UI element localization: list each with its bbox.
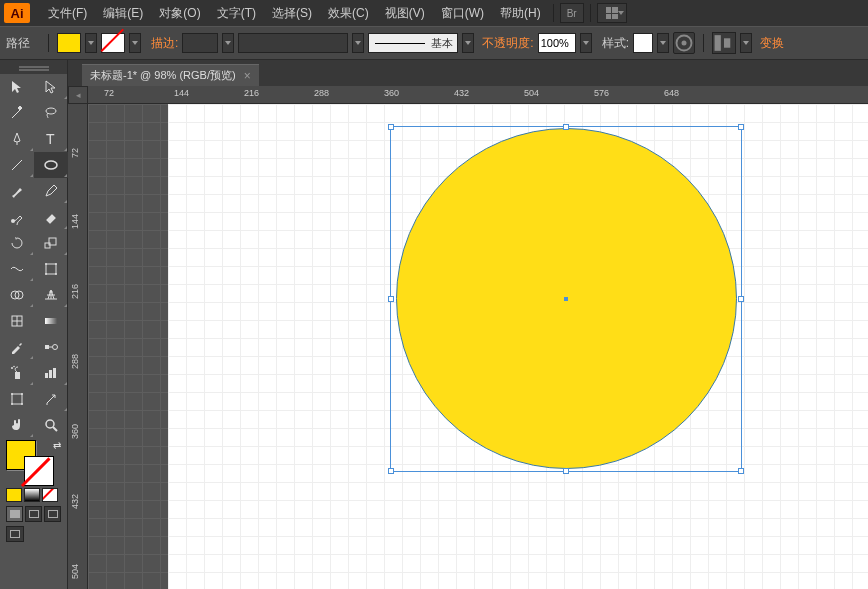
resize-handle-bl[interactable] (388, 468, 394, 474)
svg-point-21 (53, 345, 58, 350)
svg-rect-26 (49, 370, 52, 378)
menu-edit[interactable]: 编辑(E) (95, 1, 151, 26)
svg-point-23 (11, 367, 13, 369)
mesh-tool[interactable] (0, 308, 34, 334)
menu-object[interactable]: 对象(O) (151, 1, 208, 26)
free-transform-tool[interactable] (34, 256, 68, 282)
resize-handle-tl[interactable] (388, 124, 394, 130)
eraser-tool[interactable] (34, 204, 68, 230)
svg-point-14 (45, 273, 47, 275)
document-tab[interactable]: 未标题-1* @ 98% (RGB/预览) × (82, 64, 259, 86)
menu-select[interactable]: 选择(S) (264, 1, 320, 26)
resize-handle-ml[interactable] (388, 296, 394, 302)
lasso-tool[interactable] (34, 100, 68, 126)
width-profile-dropdown[interactable] (352, 33, 364, 53)
svg-rect-19 (45, 318, 57, 324)
svg-point-7 (45, 161, 57, 169)
stroke-dropdown[interactable] (129, 33, 141, 53)
resize-handle-tr[interactable] (738, 124, 744, 130)
svg-point-12 (45, 263, 47, 265)
variable-width-profile[interactable] (238, 33, 348, 53)
graphic-style-swatch[interactable] (633, 33, 653, 53)
align-button[interactable] (712, 32, 736, 54)
fill-stroke-controls: ⇄ (0, 438, 67, 486)
screen-mode-button[interactable] (6, 526, 24, 542)
resize-handle-bm[interactable] (563, 468, 569, 474)
bridge-button[interactable]: Br (560, 3, 584, 23)
ellipse-tool[interactable] (34, 152, 68, 178)
artboard-tool[interactable] (0, 386, 34, 412)
menu-window[interactable]: 窗口(W) (433, 1, 492, 26)
stroke-weight-input[interactable] (182, 33, 218, 53)
resize-handle-tm[interactable] (563, 124, 569, 130)
swap-fill-stroke-icon[interactable]: ⇄ (53, 440, 61, 451)
arrange-docs-button[interactable] (597, 3, 627, 23)
gradient-mode-button[interactable] (24, 488, 40, 502)
brush-dropdown[interactable] (462, 33, 474, 53)
resize-handle-br[interactable] (738, 468, 744, 474)
eyedropper-tool[interactable] (0, 334, 34, 360)
style-label: 样式: (602, 35, 629, 52)
paintbrush-tool[interactable] (0, 178, 34, 204)
transform-label[interactable]: 变换 (760, 35, 784, 52)
svg-rect-22 (15, 372, 20, 379)
pen-tool[interactable] (0, 126, 34, 152)
draw-behind-button[interactable] (25, 506, 42, 522)
perspective-grid-tool[interactable] (34, 282, 68, 308)
center-point[interactable] (564, 297, 568, 301)
menu-file[interactable]: 文件(F) (40, 1, 95, 26)
svg-point-29 (46, 420, 54, 428)
none-mode-button[interactable] (42, 488, 58, 502)
draw-normal-button[interactable] (6, 506, 23, 522)
stroke-color-swatch[interactable] (101, 33, 125, 53)
panel-grip[interactable] (0, 60, 67, 74)
resize-handle-mr[interactable] (738, 296, 744, 302)
menu-help[interactable]: 帮助(H) (492, 1, 549, 26)
line-tool[interactable] (0, 152, 34, 178)
close-tab-icon[interactable]: × (244, 69, 251, 83)
fill-dropdown[interactable] (85, 33, 97, 53)
magic-wand-tool[interactable] (0, 100, 34, 126)
menu-view[interactable]: 视图(V) (377, 1, 433, 26)
divider (703, 34, 704, 52)
artboard[interactable] (168, 104, 868, 589)
type-tool[interactable]: T (34, 126, 68, 152)
stroke-label[interactable]: 描边: (151, 35, 178, 52)
ruler-tick: 288 (314, 88, 329, 98)
column-graph-tool[interactable] (34, 360, 68, 386)
hand-tool[interactable] (0, 412, 34, 438)
direct-selection-tool[interactable] (34, 74, 68, 100)
zoom-tool[interactable] (34, 412, 68, 438)
shape-builder-tool[interactable] (0, 282, 34, 308)
blend-tool[interactable] (34, 334, 68, 360)
opacity-label[interactable]: 不透明度: (482, 35, 533, 52)
opacity-dropdown[interactable] (580, 33, 592, 53)
stroke-weight-dropdown[interactable] (222, 33, 234, 53)
selection-bounding-box[interactable] (390, 126, 742, 472)
svg-text:T: T (46, 131, 55, 147)
brush-definition[interactable]: 基本 (368, 33, 458, 53)
gradient-tool[interactable] (34, 308, 68, 334)
color-mode-button[interactable] (6, 488, 22, 502)
menu-effect[interactable]: 效果(C) (320, 1, 377, 26)
selection-tool[interactable] (0, 74, 34, 100)
stroke-swatch[interactable] (24, 456, 54, 486)
rotate-tool[interactable] (0, 230, 34, 256)
horizontal-ruler[interactable]: 72 144 216 288 360 432 504 576 648 (88, 86, 868, 104)
draw-inside-button[interactable] (44, 506, 61, 522)
vertical-ruler[interactable]: 72 144 216 288 360 432 504 (68, 86, 88, 589)
canvas-area[interactable] (88, 104, 868, 589)
scale-tool[interactable] (34, 230, 68, 256)
pencil-tool[interactable] (34, 178, 68, 204)
blob-brush-tool[interactable] (0, 204, 34, 230)
width-tool[interactable] (0, 256, 34, 282)
symbol-sprayer-tool[interactable] (0, 360, 34, 386)
style-dropdown[interactable] (657, 33, 669, 53)
fill-color-swatch[interactable] (57, 33, 81, 53)
ruler-origin[interactable]: ◂ (68, 86, 88, 104)
slice-tool[interactable] (34, 386, 68, 412)
recolor-artwork-button[interactable] (673, 32, 695, 54)
opacity-input[interactable]: 100% (538, 33, 576, 53)
menu-type[interactable]: 文字(T) (209, 1, 264, 26)
align-dropdown[interactable] (740, 33, 752, 53)
